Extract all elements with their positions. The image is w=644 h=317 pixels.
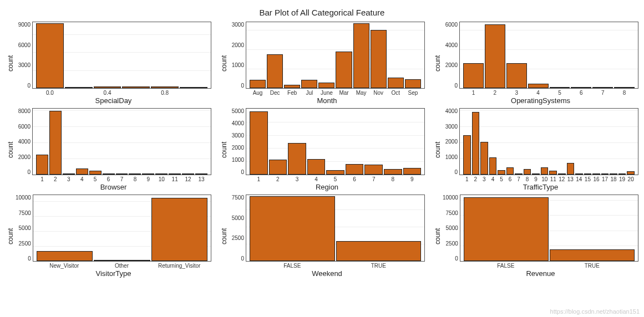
bar — [250, 80, 266, 88]
bar — [558, 173, 566, 175]
bar — [550, 249, 635, 261]
x-axis-label: Weekend — [229, 269, 425, 278]
bar — [182, 173, 194, 175]
y-ticks: 0250050007500 — [229, 195, 246, 262]
bar — [388, 78, 404, 88]
x-ticks: 1234567891011121314151617181920 — [443, 175, 638, 182]
bar — [472, 112, 480, 175]
bar — [336, 241, 422, 261]
bar — [614, 87, 635, 88]
plot-panel — [459, 108, 638, 175]
bar — [515, 173, 523, 175]
y-ticks: 0200040006000 — [443, 22, 459, 89]
chart-region: count010002000300040005000123456789Regio… — [219, 108, 425, 191]
plot-panel — [246, 195, 425, 262]
bar — [151, 198, 207, 261]
bar — [464, 197, 549, 261]
plot-panel — [460, 195, 638, 262]
chart-month: count0100020003000AugDecFebJulJuneMarMay… — [219, 22, 425, 105]
bar — [326, 170, 344, 175]
bar — [250, 111, 268, 175]
bar — [618, 173, 626, 175]
y-axis-label: count — [219, 195, 229, 278]
bar — [195, 173, 207, 175]
bar — [307, 159, 326, 175]
chart-visitortype: count025005000750010000New_VisitorOtherR… — [6, 195, 211, 278]
bar — [169, 173, 181, 175]
chart-weekend: count0250050007500FALSETRUEWeekend — [219, 195, 425, 278]
bars — [33, 109, 211, 175]
bar — [575, 173, 583, 175]
y-axis-label: count — [433, 22, 443, 105]
y-ticks: 02000400060008000 — [16, 108, 32, 175]
y-ticks: 025005000750010000 — [443, 195, 460, 262]
bar — [180, 87, 207, 88]
chart-specialday: count03000600090000.00.40.8SpecialDay — [6, 22, 211, 105]
bar — [405, 79, 421, 88]
bars — [33, 195, 211, 261]
bar — [550, 87, 570, 88]
bars — [246, 109, 424, 175]
bar — [584, 173, 592, 175]
x-ticks: 12345678910111213 — [16, 175, 211, 182]
bar — [63, 173, 75, 175]
plot-panel — [32, 108, 211, 175]
bars — [460, 109, 638, 175]
bar — [89, 171, 102, 175]
y-ticks: 0300060009000 — [16, 22, 32, 89]
x-ticks: 0.00.40.8 — [16, 89, 211, 96]
bar — [498, 170, 505, 175]
y-axis-label: count — [433, 108, 443, 191]
x-ticks: FALSETRUE — [229, 262, 425, 269]
bar — [610, 173, 617, 175]
bar — [94, 260, 150, 261]
bar — [94, 86, 121, 88]
bar — [403, 168, 422, 175]
bar — [122, 86, 150, 88]
bar — [592, 87, 613, 88]
bar — [506, 63, 527, 88]
bar — [364, 165, 383, 175]
bar — [541, 167, 549, 175]
bars — [460, 195, 638, 261]
y-axis-label: count — [433, 195, 443, 278]
bar — [267, 54, 283, 88]
x-ticks: New_VisitorOtherReturning_Visitor — [16, 262, 211, 269]
y-axis-label: count — [6, 195, 16, 278]
bar — [601, 173, 609, 175]
bar — [36, 155, 48, 175]
y-axis-label: count — [6, 22, 16, 105]
bar — [528, 84, 549, 88]
bar — [549, 171, 557, 175]
bar — [284, 85, 300, 88]
plot-panel — [459, 22, 638, 89]
x-ticks: 123456789 — [229, 175, 425, 182]
bar — [480, 142, 488, 175]
bar — [250, 196, 335, 261]
chart-browser: count0200040006000800012345678910111213B… — [6, 108, 211, 191]
bar — [627, 171, 635, 175]
chart-operatingsystems: count020004000600012345678OperatingSyste… — [433, 22, 638, 105]
bars — [246, 22, 424, 88]
x-axis-label: OperatingSystems — [443, 96, 638, 105]
bar — [116, 173, 128, 175]
y-ticks: 01000200030004000 — [443, 108, 459, 175]
bar — [336, 52, 352, 89]
y-ticks: 0100020003000 — [229, 22, 246, 89]
plot-panel — [246, 22, 425, 89]
bar — [37, 251, 93, 261]
bar — [288, 143, 306, 175]
bar — [524, 169, 531, 175]
bar — [346, 164, 364, 175]
x-ticks: AugDecFebJulJuneMarMayNovOctSep — [229, 89, 425, 96]
x-axis-label: Region — [229, 182, 425, 191]
bar — [36, 23, 64, 88]
bar — [532, 173, 540, 175]
y-axis-label: count — [219, 108, 229, 191]
plot-panel — [32, 22, 211, 89]
chart-revenue: count025005000750010000FALSETRUERevenue — [433, 195, 638, 278]
bar — [463, 63, 484, 89]
bar — [151, 86, 179, 88]
chart-traffictype: count01000200030004000123456789101112131… — [433, 108, 638, 191]
x-axis-label: Revenue — [443, 269, 638, 278]
